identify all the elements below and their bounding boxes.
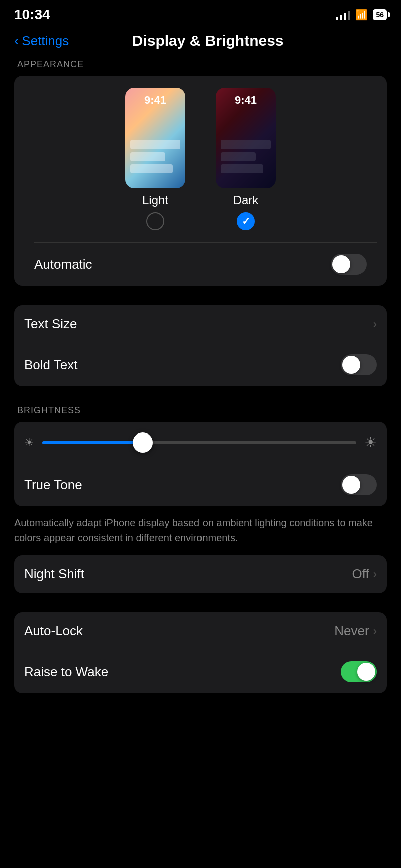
text-size-label: Text Size xyxy=(24,316,77,332)
dark-phone-ui xyxy=(221,140,271,173)
brightness-low-icon: ☀ xyxy=(24,436,34,449)
status-time: 10:34 xyxy=(14,7,50,23)
night-shift-row[interactable]: Night Shift Off › xyxy=(14,555,387,593)
wifi-icon: 📶 xyxy=(355,9,368,21)
night-shift-chevron-icon: › xyxy=(373,568,377,581)
nav-bar: ‹ Settings Display & Brightness xyxy=(0,27,401,59)
true-tone-toggle[interactable] xyxy=(341,474,377,495)
automatic-label: Automatic xyxy=(34,257,92,272)
brightness-section-label: BRIGHTNESS xyxy=(14,405,387,416)
brightness-slider-row: ☀ ☀ xyxy=(14,422,387,463)
brightness-slider-thumb[interactable] xyxy=(133,432,153,453)
automatic-toggle[interactable] xyxy=(331,254,367,275)
dark-mode-option[interactable]: 9:41 Dark ✓ xyxy=(216,88,276,234)
true-tone-description: Automatically adapt iPhone display based… xyxy=(0,511,401,555)
night-shift-label: Night Shift xyxy=(24,566,84,582)
dark-phone-time: 9:41 xyxy=(216,94,276,107)
appearance-card: 9:41 Light 9:41 xyxy=(14,76,387,286)
signal-icon xyxy=(336,10,350,20)
auto-lock-row[interactable]: Auto-Lock Never › xyxy=(14,612,387,650)
brightness-card: ☀ ☀ True Tone xyxy=(14,422,387,506)
auto-lock-label: Auto-Lock xyxy=(24,623,83,639)
raise-to-wake-toggle-thumb xyxy=(357,663,375,681)
back-button[interactable]: ‹ Settings xyxy=(14,33,69,49)
back-label: Settings xyxy=(22,33,69,49)
battery-icon: 56 xyxy=(373,9,387,20)
auto-lock-chevron-icon: › xyxy=(373,625,377,638)
text-card: Text Size › Bold Text xyxy=(14,305,387,386)
appearance-options: 9:41 Light 9:41 xyxy=(24,88,377,234)
light-mode-option[interactable]: 9:41 Light xyxy=(125,88,185,234)
back-chevron-icon: ‹ xyxy=(14,33,19,49)
checkmark-icon: ✓ xyxy=(242,215,250,227)
dark-mode-label: Dark xyxy=(233,193,259,207)
text-section: Text Size › Bold Text xyxy=(14,305,387,386)
night-shift-right: Off › xyxy=(352,566,377,582)
light-mode-preview: 9:41 xyxy=(125,88,185,188)
light-phone-ui xyxy=(130,140,180,173)
lock-card: Auto-Lock Never › Raise to Wake xyxy=(14,612,387,693)
dark-mode-preview: 9:41 xyxy=(216,88,276,188)
appearance-section-label: APPEARANCE xyxy=(14,59,387,70)
raise-to-wake-toggle[interactable] xyxy=(341,661,377,682)
night-shift-value: Off xyxy=(352,566,369,582)
light-mode-label: Light xyxy=(142,193,168,207)
night-shift-card: Night Shift Off › xyxy=(14,555,387,593)
night-shift-section: Night Shift Off › xyxy=(14,555,387,593)
bold-text-label: Bold Text xyxy=(24,357,77,373)
dark-mode-radio[interactable]: ✓ xyxy=(237,212,255,230)
raise-to-wake-label: Raise to Wake xyxy=(24,664,108,680)
status-icons: 📶 56 xyxy=(336,9,387,21)
bold-text-toggle[interactable] xyxy=(341,354,377,375)
raise-to-wake-row: Raise to Wake xyxy=(14,650,387,693)
light-mode-radio[interactable] xyxy=(146,212,164,230)
appearance-section: APPEARANCE 9:41 Light 9:41 xyxy=(14,59,387,286)
true-tone-row: True Tone xyxy=(14,463,387,506)
brightness-slider-fill xyxy=(42,441,143,444)
brightness-high-icon: ☀ xyxy=(364,434,377,451)
brightness-slider[interactable] xyxy=(42,441,356,444)
bold-text-row: Bold Text xyxy=(14,343,387,386)
brightness-section: BRIGHTNESS ☀ ☀ True Tone xyxy=(14,405,387,506)
auto-lock-right: Never › xyxy=(334,623,377,639)
bold-text-toggle-thumb xyxy=(342,356,360,374)
true-tone-toggle-thumb xyxy=(342,476,360,494)
automatic-toggle-thumb xyxy=(332,255,350,273)
true-tone-label: True Tone xyxy=(24,477,82,493)
text-size-chevron-icon: › xyxy=(373,318,377,331)
auto-lock-value: Never xyxy=(334,623,369,639)
text-size-row[interactable]: Text Size › xyxy=(14,305,387,343)
page-title: Display & Brightness xyxy=(69,32,347,49)
status-bar: 10:34 📶 56 xyxy=(0,0,401,27)
light-phone-time: 9:41 xyxy=(125,94,185,107)
automatic-row: Automatic xyxy=(24,243,377,286)
lock-section: Auto-Lock Never › Raise to Wake xyxy=(14,612,387,693)
